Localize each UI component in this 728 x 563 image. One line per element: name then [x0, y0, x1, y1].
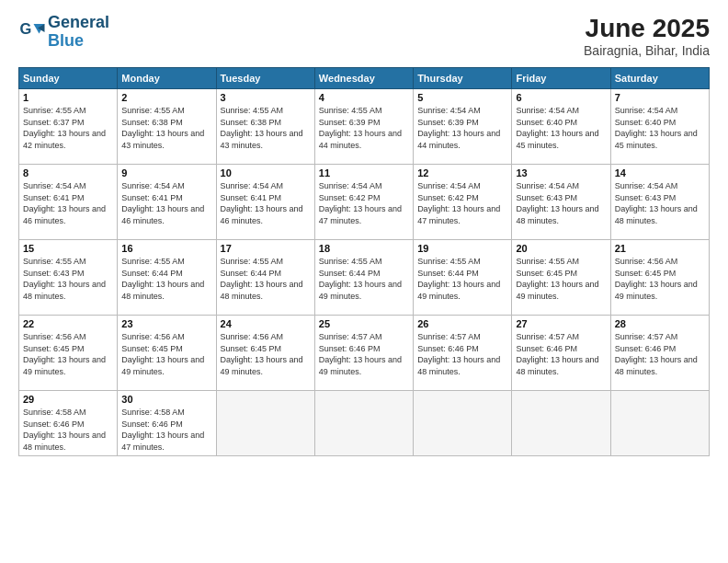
- calendar-cell: 1 Sunrise: 4:55 AMSunset: 6:37 PMDayligh…: [19, 89, 118, 165]
- day-info: Sunrise: 4:54 AMSunset: 6:43 PMDaylight:…: [615, 181, 698, 225]
- calendar-cell: 20 Sunrise: 4:55 AMSunset: 6:45 PMDaylig…: [512, 240, 610, 316]
- day-number: 8: [23, 167, 113, 178]
- day-number: 23: [121, 318, 211, 329]
- day-info: Sunrise: 4:55 AMSunset: 6:43 PMDaylight:…: [23, 257, 106, 301]
- day-info: Sunrise: 4:56 AMSunset: 6:45 PMDaylight:…: [121, 332, 204, 376]
- day-header-sunday: Sunday: [19, 68, 118, 89]
- day-number: 15: [23, 243, 113, 254]
- logo-text: General Blue: [48, 14, 109, 51]
- calendar-cell: 4 Sunrise: 4:55 AMSunset: 6:39 PMDayligh…: [314, 89, 413, 165]
- calendar-cell: 30 Sunrise: 4:58 AMSunset: 6:46 PMDaylig…: [118, 391, 216, 456]
- calendar-cell: [216, 391, 314, 456]
- day-info: Sunrise: 4:55 AMSunset: 6:44 PMDaylight:…: [121, 257, 204, 301]
- day-number: 3: [221, 92, 311, 103]
- day-info: Sunrise: 4:57 AMSunset: 6:46 PMDaylight:…: [417, 332, 500, 376]
- month-title: June 2025: [584, 14, 710, 43]
- calendar-cell: 5 Sunrise: 4:54 AMSunset: 6:39 PMDayligh…: [414, 89, 512, 165]
- location: Bairagnia, Bihar, India: [584, 43, 710, 58]
- calendar-cell: [610, 391, 709, 456]
- calendar-cell: 16 Sunrise: 4:55 AMSunset: 6:44 PMDaylig…: [118, 240, 216, 316]
- day-info: Sunrise: 4:54 AMSunset: 6:41 PMDaylight:…: [221, 181, 303, 225]
- day-info: Sunrise: 4:55 AMSunset: 6:44 PMDaylight:…: [417, 257, 500, 301]
- calendar-cell: 25 Sunrise: 4:57 AMSunset: 6:46 PMDaylig…: [314, 316, 413, 391]
- calendar-cell: 21 Sunrise: 4:56 AMSunset: 6:45 PMDaylig…: [610, 240, 709, 316]
- calendar-cell: 17 Sunrise: 4:55 AMSunset: 6:44 PMDaylig…: [216, 240, 314, 316]
- day-info: Sunrise: 4:55 AMSunset: 6:44 PMDaylight:…: [319, 257, 402, 301]
- day-info: Sunrise: 4:54 AMSunset: 6:42 PMDaylight:…: [319, 181, 402, 225]
- day-number: 16: [121, 243, 211, 254]
- calendar-cell: 22 Sunrise: 4:56 AMSunset: 6:45 PMDaylig…: [19, 316, 118, 391]
- day-number: 1: [23, 92, 113, 103]
- day-info: Sunrise: 4:57 AMSunset: 6:46 PMDaylight:…: [615, 332, 698, 376]
- calendar-cell: 19 Sunrise: 4:55 AMSunset: 6:44 PMDaylig…: [414, 240, 512, 316]
- calendar-cell: 28 Sunrise: 4:57 AMSunset: 6:46 PMDaylig…: [610, 316, 709, 391]
- day-info: Sunrise: 4:58 AMSunset: 6:46 PMDaylight:…: [121, 408, 204, 452]
- day-number: 27: [516, 318, 606, 329]
- day-info: Sunrise: 4:56 AMSunset: 6:45 PMDaylight:…: [23, 332, 106, 376]
- day-info: Sunrise: 4:57 AMSunset: 6:46 PMDaylight:…: [319, 332, 402, 376]
- calendar-cell: 13 Sunrise: 4:54 AMSunset: 6:43 PMDaylig…: [512, 165, 610, 240]
- day-number: 14: [615, 167, 705, 178]
- calendar-cell: 23 Sunrise: 4:56 AMSunset: 6:45 PMDaylig…: [118, 316, 216, 391]
- day-number: 20: [516, 243, 606, 254]
- day-number: 25: [319, 318, 409, 329]
- day-info: Sunrise: 4:55 AMSunset: 6:45 PMDaylight:…: [516, 257, 598, 301]
- day-number: 21: [615, 243, 705, 254]
- day-number: 12: [417, 167, 507, 178]
- calendar-cell: 3 Sunrise: 4:55 AMSunset: 6:38 PMDayligh…: [216, 89, 314, 165]
- day-number: 2: [121, 92, 211, 103]
- calendar-cell: 24 Sunrise: 4:56 AMSunset: 6:45 PMDaylig…: [216, 316, 314, 391]
- calendar-cell: 15 Sunrise: 4:55 AMSunset: 6:43 PMDaylig…: [19, 240, 118, 316]
- day-header-friday: Friday: [512, 68, 610, 89]
- day-number: 28: [615, 318, 705, 329]
- calendar-cell: 29 Sunrise: 4:58 AMSunset: 6:46 PMDaylig…: [19, 391, 118, 456]
- calendar-cell: 2 Sunrise: 4:55 AMSunset: 6:38 PMDayligh…: [118, 89, 216, 165]
- day-info: Sunrise: 4:54 AMSunset: 6:41 PMDaylight:…: [23, 181, 106, 225]
- calendar-table: SundayMondayTuesdayWednesdayThursdayFrid…: [18, 67, 710, 456]
- day-number: 30: [121, 394, 211, 405]
- day-info: Sunrise: 4:54 AMSunset: 6:43 PMDaylight:…: [516, 181, 598, 225]
- calendar-cell: [414, 391, 512, 456]
- calendar-cell: 11 Sunrise: 4:54 AMSunset: 6:42 PMDaylig…: [314, 165, 413, 240]
- day-info: Sunrise: 4:54 AMSunset: 6:39 PMDaylight:…: [417, 106, 500, 150]
- calendar-cell: 6 Sunrise: 4:54 AMSunset: 6:40 PMDayligh…: [512, 89, 610, 165]
- day-info: Sunrise: 4:54 AMSunset: 6:40 PMDaylight:…: [615, 106, 698, 150]
- day-info: Sunrise: 4:54 AMSunset: 6:40 PMDaylight:…: [516, 106, 598, 150]
- page: G General Blue June 2025 Bairagnia, Biha…: [0, 0, 728, 563]
- day-number: 26: [417, 318, 507, 329]
- day-info: Sunrise: 4:56 AMSunset: 6:45 PMDaylight:…: [221, 332, 303, 376]
- day-header-wednesday: Wednesday: [314, 68, 413, 89]
- day-header-monday: Monday: [118, 68, 216, 89]
- day-info: Sunrise: 4:55 AMSunset: 6:44 PMDaylight:…: [221, 257, 303, 301]
- day-header-saturday: Saturday: [610, 68, 709, 89]
- day-number: 11: [319, 167, 409, 178]
- calendar-cell: 8 Sunrise: 4:54 AMSunset: 6:41 PMDayligh…: [19, 165, 118, 240]
- logo: G General Blue: [18, 14, 109, 51]
- day-number: 17: [221, 243, 311, 254]
- day-number: 9: [121, 167, 211, 178]
- calendar-cell: 12 Sunrise: 4:54 AMSunset: 6:42 PMDaylig…: [414, 165, 512, 240]
- day-number: 22: [23, 318, 113, 329]
- day-header-thursday: Thursday: [414, 68, 512, 89]
- calendar-cell: 27 Sunrise: 4:57 AMSunset: 6:46 PMDaylig…: [512, 316, 610, 391]
- calendar-cell: 14 Sunrise: 4:54 AMSunset: 6:43 PMDaylig…: [610, 165, 709, 240]
- calendar-cell: 7 Sunrise: 4:54 AMSunset: 6:40 PMDayligh…: [610, 89, 709, 165]
- calendar-cell: 10 Sunrise: 4:54 AMSunset: 6:41 PMDaylig…: [216, 165, 314, 240]
- day-number: 7: [615, 92, 705, 103]
- day-info: Sunrise: 4:56 AMSunset: 6:45 PMDaylight:…: [615, 257, 698, 301]
- logo-icon: G: [18, 18, 46, 46]
- day-info: Sunrise: 4:58 AMSunset: 6:46 PMDaylight:…: [23, 408, 106, 452]
- day-number: 18: [319, 243, 409, 254]
- day-info: Sunrise: 4:55 AMSunset: 6:39 PMDaylight:…: [319, 106, 402, 150]
- day-info: Sunrise: 4:55 AMSunset: 6:38 PMDaylight:…: [121, 106, 204, 150]
- day-info: Sunrise: 4:54 AMSunset: 6:41 PMDaylight:…: [121, 181, 204, 225]
- day-info: Sunrise: 4:54 AMSunset: 6:42 PMDaylight:…: [417, 181, 500, 225]
- calendar-cell: [512, 391, 610, 456]
- title-block: June 2025 Bairagnia, Bihar, India: [584, 14, 710, 58]
- calendar-cell: 26 Sunrise: 4:57 AMSunset: 6:46 PMDaylig…: [414, 316, 512, 391]
- svg-text:G: G: [20, 19, 32, 36]
- day-number: 29: [23, 394, 113, 405]
- day-info: Sunrise: 4:55 AMSunset: 6:38 PMDaylight:…: [221, 106, 303, 150]
- calendar-cell: 18 Sunrise: 4:55 AMSunset: 6:44 PMDaylig…: [314, 240, 413, 316]
- calendar-cell: [314, 391, 413, 456]
